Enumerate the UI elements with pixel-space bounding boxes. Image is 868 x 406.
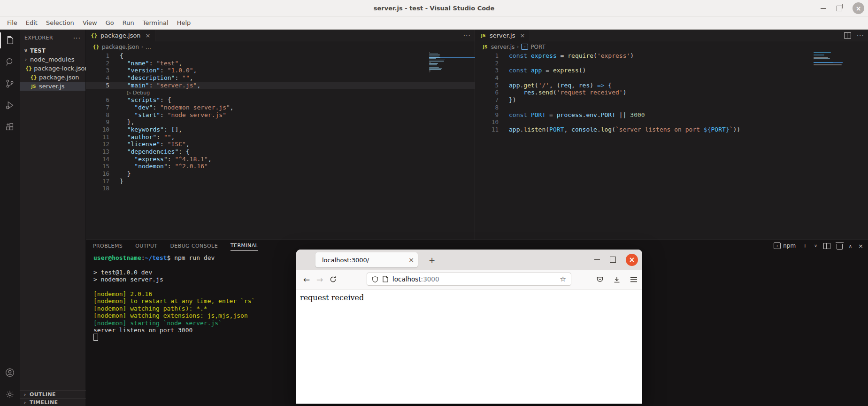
close-panel-icon[interactable]: × [858,242,863,250]
bookmark-star-icon[interactable]: ☆ [560,275,566,283]
code-editor-package-json[interactable]: 1{2 "name": "test",3 "version": "1.0.0",… [86,52,475,192]
panel-tab-problems[interactable]: PROBLEMS [93,241,123,251]
close-icon[interactable]: × [626,254,638,266]
restore-icon[interactable] [837,6,842,11]
breadcrumb[interactable]: JSserver.js›◦PORT [475,41,868,52]
run-debug-icon[interactable] [0,94,20,116]
tree-item-server-js[interactable]: JSserver.js [20,82,85,91]
split-terminal-icon[interactable] [823,243,830,249]
tab-bar: JS server.js × ··· [475,30,868,41]
minimap[interactable] [814,52,851,65]
tab-close-icon[interactable]: × [146,32,151,39]
code-line-13[interactable]: 13 "dependencies": { [86,148,475,156]
code-line-9[interactable]: 9 }, [86,118,475,126]
menu-file[interactable]: File [3,18,22,28]
code-line-1[interactable]: 1const express = require('express') [475,52,868,60]
new-terminal-icon[interactable]: ＋ [802,242,808,250]
timeline-section[interactable]: › TIMELINE [20,398,86,406]
tree-item-node-modules[interactable]: ›node_modules [20,55,85,64]
menu-view[interactable]: View [78,18,101,28]
hamburger-menu-icon[interactable] [630,276,638,283]
maximize-icon[interactable] [610,257,616,263]
code-line-6[interactable]: 6 "scripts": { [86,96,475,104]
minimize-icon[interactable] [821,8,826,9]
terminal-dropdown-icon[interactable]: ∨ [814,243,817,248]
source-control-icon[interactable] [0,73,20,94]
tree-item-package-lock-json[interactable]: {}package-lock.json [20,64,85,73]
settings-gear-icon[interactable] [0,383,20,405]
code-line-8[interactable]: 8 [475,104,868,111]
code-line-9[interactable]: 9const PORT = process.env.PORT || 3000 [475,111,868,119]
url-bar[interactable]: localhost:3000 ☆ [367,273,571,286]
minimap[interactable] [429,52,478,74]
tab-close-icon[interactable]: × [520,32,525,39]
tree-item-package-json[interactable]: {}package.json [20,73,85,82]
code-line-15[interactable]: 15 "nodemon": "^2.0.16" [86,163,475,170]
panel-tab-terminal[interactable]: TERMINAL [230,241,258,251]
outline-section[interactable]: › OUTLINE [20,390,86,398]
minimize-icon[interactable] [594,259,600,260]
tree-root-test[interactable]: ∨ TEST [20,46,85,55]
code-line-4[interactable]: 4 "description": "", [86,74,475,82]
code-line-1[interactable]: 1{ [86,52,475,60]
panel-tab-output[interactable]: OUTPUT [135,241,157,251]
code-line-7[interactable]: 7}) [475,96,868,104]
tab-server-js[interactable]: JS server.js × [475,30,530,41]
code-line-6[interactable]: 6 res.send('request received') [475,89,868,96]
code-editor-server-js[interactable]: 1const express = require('express')23con… [475,52,868,133]
url-text[interactable]: localhost:3000 [392,275,556,283]
menu-selection[interactable]: Selection [42,18,78,28]
code-line-2[interactable]: 2 [475,60,868,67]
code-line-8[interactable]: 8 "start": "node server.js" [86,111,475,119]
pocket-icon[interactable] [596,276,604,283]
tab-close-icon[interactable]: × [408,256,414,264]
browser-tab-localhost[interactable]: localhost:3000/ × [315,252,418,267]
code-line-17[interactable]: 17} [86,178,475,185]
downloads-icon[interactable] [613,276,621,283]
explorer-icon[interactable] [0,30,20,51]
code-line-5[interactable]: 5 "main": "server.js", [86,82,475,89]
code-line-11[interactable]: 11 "author": "", [86,133,475,141]
code-line-14[interactable]: 14 "express": "^4.18.1", [86,156,475,163]
account-icon[interactable] [0,362,20,383]
kill-terminal-icon[interactable] [837,244,843,250]
tab-package-json[interactable]: {} package.json × [86,30,156,41]
panel-tab-debug-console[interactable]: DEBUG CONSOLE [170,241,218,251]
code-line-3[interactable]: 3 "version": "1.0.0", [86,67,475,74]
code-line-16[interactable]: 16 } [86,170,475,178]
menu-go[interactable]: Go [101,18,118,28]
maximize-panel-icon[interactable]: ∧ [849,243,852,249]
menu-edit[interactable]: Edit [22,18,42,28]
split-editor-icon[interactable] [844,32,851,39]
back-button[interactable]: ← [300,273,313,286]
reload-icon[interactable] [326,273,339,286]
code-line-3[interactable]: 3const app = express() [475,67,868,74]
code-line-4[interactable]: 4 [475,74,868,82]
terminal-output[interactable]: user@hostname:~/test$ npm run dev> test@… [93,254,255,341]
code-line-2[interactable]: 2 "name": "test", [86,60,475,67]
code-line-5[interactable]: 5app.get('/', (req, res) => { [475,82,868,89]
menu-terminal[interactable]: Terminal [138,18,173,28]
code-line-10[interactable]: 10 "keywords": [], [86,126,475,133]
code-line-7[interactable]: 7 "dev": "nodemon server.js", [86,104,475,111]
editor-actions-more-icon[interactable]: ··· [857,32,864,39]
editor-actions-more-icon[interactable]: ··· [463,32,471,39]
forward-button[interactable]: → [313,273,326,286]
chevron-right-icon: › [23,391,27,398]
breadcrumb[interactable]: {}package.json›… [86,41,475,52]
new-tab-button[interactable]: + [426,254,438,266]
terminal-shell-selector[interactable]: › npm [774,242,796,249]
menu-help[interactable]: Help [173,18,195,28]
codelens-debug[interactable]: ▷ Debug [86,89,475,96]
code-line-18[interactable]: 18 [86,185,475,192]
code-line-11[interactable]: 11app.listen(PORT, console.log(`server l… [475,126,868,133]
menu-run[interactable]: Run [118,18,138,28]
extensions-icon[interactable] [0,116,20,138]
terminal-line: [nodemon] 2.0.16 [93,290,255,297]
code-line-10[interactable]: 10 [475,118,868,126]
code-line-12[interactable]: 12 "license": "ISC", [86,141,475,148]
close-icon[interactable]: × [853,2,864,14]
search-icon[interactable] [0,51,20,73]
page-info-icon[interactable] [383,276,388,282]
sidebar-more-icon[interactable]: ··· [73,34,81,42]
